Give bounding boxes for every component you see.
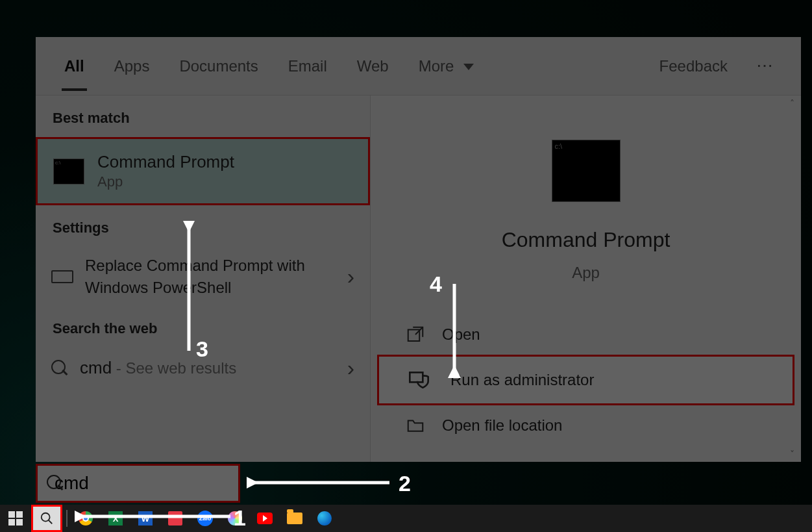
tab-more-label: More (419, 57, 454, 75)
svg-point-2 (42, 513, 50, 522)
search-web-header: Search the web (36, 306, 370, 348)
taskbar-search-button[interactable] (31, 505, 62, 532)
best-match-result[interactable]: Command Prompt App (36, 137, 370, 205)
taskbar-file-explorer[interactable] (280, 506, 309, 531)
zalo-icon: Zalo (197, 511, 213, 526)
taskbar-excel[interactable]: X (101, 506, 130, 531)
preview-subtitle: App (572, 264, 600, 282)
chevron-right-icon: › (347, 355, 354, 381)
taskbar-separator (66, 510, 68, 527)
web-result-cmd[interactable]: cmd - See web results › (36, 348, 370, 388)
web-result-query: cmd (80, 358, 112, 377)
action-run-as-administrator[interactable]: Run as administrator (377, 355, 794, 405)
best-match-header: Best match (36, 95, 370, 137)
action-open[interactable]: Open (371, 314, 801, 355)
more-options-icon[interactable]: ⋯ (756, 56, 775, 76)
paint-icon (228, 511, 242, 526)
action-open-loc-label: Open file location (442, 416, 562, 435)
search-box[interactable] (36, 464, 240, 503)
folder-icon (287, 513, 302, 524)
word-icon: W (138, 511, 153, 526)
preview-column: ˄ Command Prompt App Open Run as admi (371, 95, 801, 462)
taskbar: X W Zalo (0, 505, 812, 532)
action-run-admin-label: Run as administrator (450, 371, 594, 389)
tab-more[interactable]: More (416, 42, 476, 91)
search-tabs: All Apps Documents Email Web More Feedba… (36, 37, 801, 95)
edge-icon (317, 511, 332, 526)
chevron-right-icon: › (347, 264, 354, 289)
taskbar-app-red[interactable] (161, 506, 190, 531)
start-search-panel: All Apps Documents Email Web More Feedba… (36, 37, 801, 462)
search-icon (51, 360, 68, 377)
windows-logo-icon (8, 511, 23, 526)
search-input[interactable] (55, 473, 287, 494)
action-open-label: Open (442, 325, 480, 344)
settings-header: Settings (36, 205, 370, 247)
taskbar-chrome[interactable] (71, 506, 100, 531)
taskbar-zalo[interactable]: Zalo (191, 506, 219, 531)
chrome-icon (79, 511, 93, 526)
tab-email[interactable]: Email (286, 42, 330, 91)
best-match-title: Command Prompt (97, 152, 234, 172)
excel-icon: X (108, 511, 123, 526)
keyboard-icon (51, 270, 73, 283)
open-icon (406, 325, 425, 344)
settings-result-replace-cmd[interactable]: Replace Command Prompt with Windows Powe… (36, 247, 370, 306)
best-match-subtitle: App (97, 173, 234, 190)
command-prompt-icon (552, 140, 621, 202)
preview-title: Command Prompt (502, 228, 671, 252)
scroll-up-icon[interactable]: ˄ (785, 97, 798, 110)
taskbar-word[interactable]: W (131, 506, 160, 531)
shield-icon (414, 367, 434, 393)
svg-rect-1 (410, 372, 423, 382)
taskbar-edge[interactable] (310, 506, 339, 531)
scroll-down-icon[interactable]: ˅ (785, 448, 798, 461)
folder-icon (406, 416, 425, 435)
results-column: Best match Command Prompt App Settings R… (36, 95, 371, 462)
taskbar-youtube[interactable] (251, 506, 279, 531)
tab-web[interactable]: Web (354, 42, 391, 91)
chevron-down-icon (463, 64, 474, 70)
tab-documents[interactable]: Documents (177, 42, 260, 91)
feedback-link[interactable]: Feedback (657, 42, 730, 91)
red-app-icon (168, 511, 182, 526)
youtube-icon (257, 513, 273, 524)
action-open-file-location[interactable]: Open file location (371, 405, 801, 446)
start-button[interactable] (1, 506, 30, 531)
web-result-suffix: - See web results (112, 359, 236, 377)
tab-apps[interactable]: Apps (112, 42, 153, 91)
taskbar-paint[interactable] (221, 506, 249, 531)
settings-result-label: Replace Command Prompt with Windows Powe… (85, 255, 336, 298)
tab-all[interactable]: All (62, 42, 87, 91)
annotation-2: 2 (399, 471, 411, 496)
command-prompt-icon (53, 158, 84, 184)
